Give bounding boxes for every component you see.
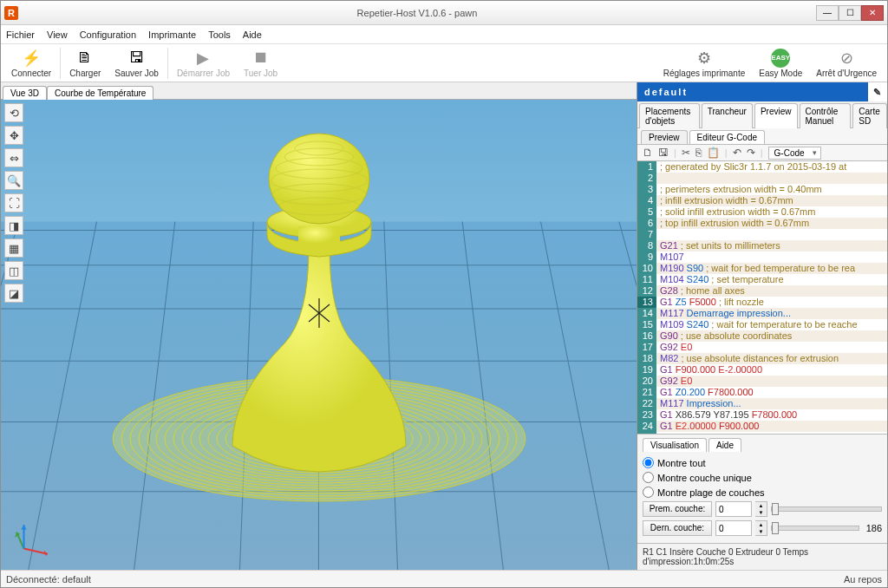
tab-preview[interactable]: Preview bbox=[754, 103, 798, 128]
stop-icon: ⏹ bbox=[251, 49, 271, 68]
move-tool[interactable]: ✥ bbox=[4, 126, 23, 145]
menu-tools[interactable]: Tools bbox=[208, 29, 231, 40]
menu-configuration[interactable]: Configuration bbox=[80, 29, 136, 40]
tab-sd[interactable]: Carte SD bbox=[852, 103, 887, 128]
gcode-editor[interactable]: 1; generated by Slic3r 1.1.7 on 2015-03-… bbox=[637, 161, 887, 434]
cut-icon[interactable]: ✂ bbox=[682, 147, 690, 159]
tab-slicer[interactable]: Trancheur bbox=[702, 103, 753, 128]
first-layer-slider[interactable] bbox=[771, 506, 882, 512]
save-job-button[interactable]: 🖫Sauver Job bbox=[108, 45, 166, 82]
vistab-visualisation[interactable]: Visualisation bbox=[643, 438, 707, 452]
menu-imprimante[interactable]: Imprimante bbox=[148, 29, 196, 40]
start-job-button[interactable]: ▶Démarrer Job bbox=[170, 45, 237, 82]
radio-show-range[interactable] bbox=[643, 487, 654, 498]
menu-aide[interactable]: Aide bbox=[243, 29, 262, 40]
last-layer-slider[interactable] bbox=[771, 526, 859, 531]
status-left: Déconnecté: default bbox=[6, 574, 91, 585]
save-icon: 🖫 bbox=[127, 49, 147, 68]
subtab-preview[interactable]: Preview bbox=[641, 130, 688, 144]
gcode-mode-dropdown[interactable]: G-Code bbox=[768, 147, 821, 160]
svg-line-43 bbox=[24, 549, 48, 554]
svg-marker-48 bbox=[21, 525, 26, 529]
statusbar: Déconnecté: default Au repos bbox=[1, 570, 887, 587]
main-toolbar: ⚡Connecter 🗎Charger 🖫Sauver Job ▶Démarre… bbox=[1, 44, 887, 82]
radio-show-single[interactable] bbox=[643, 472, 654, 483]
last-layer-spinner[interactable]: ▲▼ bbox=[755, 520, 767, 536]
first-layer-spinner[interactable]: ▲▼ bbox=[755, 501, 767, 517]
radio-show-all[interactable] bbox=[643, 457, 654, 468]
play-icon: ▶ bbox=[193, 49, 212, 68]
document-icon: 🗎 bbox=[75, 49, 95, 68]
left-pane: Vue 3D Courbe de Température bbox=[1, 82, 637, 570]
status-right: Au repos bbox=[844, 574, 882, 585]
first-layer-value[interactable]: 0 bbox=[715, 501, 752, 517]
undo-icon[interactable]: ↶ bbox=[733, 147, 741, 159]
plug-icon: ⚡ bbox=[22, 49, 41, 68]
first-layer-button[interactable]: Prem. couche: bbox=[643, 501, 712, 517]
app-icon: R bbox=[4, 6, 18, 20]
tab-placement[interactable]: Placements d'objets bbox=[639, 103, 700, 128]
easy-icon: EASY bbox=[771, 49, 790, 68]
redo-icon[interactable]: ↷ bbox=[747, 147, 755, 159]
titlebar: R Repetier-Host V1.0.6 - pawn — ☐ ✕ bbox=[1, 1, 887, 25]
new-icon[interactable]: 🗋 bbox=[643, 147, 653, 159]
profile-name: default bbox=[644, 87, 688, 97]
profile-bar: default ✎ bbox=[637, 82, 887, 101]
fit-tool[interactable]: ⛶ bbox=[4, 193, 23, 212]
front-view-tool[interactable]: ◫ bbox=[4, 261, 23, 280]
copy-icon[interactable]: ⎘ bbox=[695, 147, 702, 159]
editor-toolbar: 🗋 🖫 | ✂ ⎘ 📋 | ↶ ↷ | G-Code bbox=[637, 144, 887, 161]
connect-button[interactable]: ⚡Connecter bbox=[4, 45, 58, 82]
save-icon[interactable]: 🖫 bbox=[658, 147, 669, 159]
viewport-toolbar: ⟲ ✥ ⇔ 🔍 ⛶ ◨ ▦ ◫ ◪ bbox=[4, 103, 23, 303]
paste-icon[interactable]: 📋 bbox=[707, 147, 720, 159]
right-pane: default ✎ Placements d'objets Trancheur … bbox=[637, 82, 887, 570]
estop-icon: ⊘ bbox=[837, 49, 856, 68]
tab-manual[interactable]: Contrôle Manuel bbox=[800, 103, 852, 128]
pan-tool[interactable]: ⇔ bbox=[4, 148, 23, 167]
emergency-stop-button[interactable]: ⊘Arrêt d'Urgence bbox=[809, 45, 884, 82]
subtab-gcode-editor[interactable]: Editeur G-Code bbox=[689, 130, 765, 144]
easy-mode-button[interactable]: EASYEasy Mode bbox=[752, 45, 809, 82]
window-title: Repetier-Host V1.0.6 - pawn bbox=[18, 8, 816, 18]
load-button[interactable]: 🗎Charger bbox=[62, 45, 108, 82]
menu-fichier[interactable]: Fichier bbox=[6, 29, 35, 40]
rotate-tool[interactable]: ⟲ bbox=[4, 103, 23, 122]
axes-gizmo bbox=[15, 521, 51, 558]
editor-infoline: R1 C1 Insère Couche 0 Extrudeur 0 Temps … bbox=[637, 543, 887, 570]
last-layer-button[interactable]: Dern. couche: bbox=[643, 520, 712, 536]
gear-icon: ⚙ bbox=[695, 49, 714, 68]
edit-profile-icon[interactable]: ✎ bbox=[868, 82, 887, 101]
top-view-tool[interactable]: ▦ bbox=[4, 238, 23, 258]
printer-settings-button[interactable]: ⚙Réglages imprimante bbox=[656, 45, 753, 82]
last-layer-value[interactable]: 0 bbox=[715, 520, 752, 536]
tab-vue3d[interactable]: Vue 3D bbox=[3, 86, 47, 100]
max-layer-label: 186 bbox=[866, 523, 882, 533]
close-button[interactable]: ✕ bbox=[861, 5, 884, 21]
side-view-tool[interactable]: ◪ bbox=[4, 284, 23, 303]
perspective-tool[interactable]: ◨ bbox=[4, 216, 23, 235]
tab-temperature[interactable]: Courbe de Température bbox=[47, 86, 153, 100]
zoom-tool[interactable]: 🔍 bbox=[4, 171, 23, 190]
model-preview bbox=[94, 100, 545, 517]
3d-viewport[interactable]: ⟲ ✥ ⇔ 🔍 ⛶ ◨ ▦ ◫ ◪ bbox=[1, 100, 637, 570]
menubar: Fichier View Configuration Imprimante To… bbox=[1, 25, 887, 44]
minimize-button[interactable]: — bbox=[816, 5, 839, 21]
kill-job-button[interactable]: ⏹Tuer Job bbox=[237, 45, 284, 82]
menu-view[interactable]: View bbox=[47, 29, 68, 40]
maximize-button[interactable]: ☐ bbox=[839, 5, 861, 21]
visualisation-panel: Visualisation Aide Montre tout Montre co… bbox=[637, 434, 887, 543]
vistab-help[interactable]: Aide bbox=[708, 438, 741, 452]
